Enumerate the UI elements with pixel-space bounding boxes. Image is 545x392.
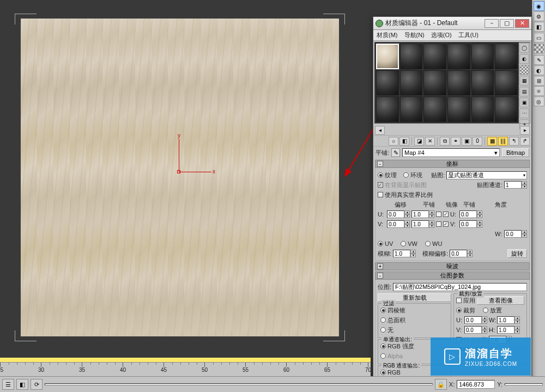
- menu-material[interactable]: 材质(M): [377, 31, 398, 39]
- blur-spinner[interactable]: ▴▾: [393, 250, 416, 257]
- put-to-lib-icon[interactable]: ▣: [462, 137, 471, 146]
- timeline-ruler[interactable]: 253035404550556065707580: [0, 362, 371, 376]
- status-icon-2[interactable]: ◧: [16, 379, 28, 390]
- mono-alpha-radio[interactable]: [380, 353, 386, 359]
- menu-tools[interactable]: 工具(U): [458, 31, 479, 39]
- collapse-icon[interactable]: -: [377, 273, 383, 279]
- real-world-checkbox[interactable]: [378, 192, 383, 197]
- sample-slot-9[interactable]: [423, 70, 446, 96]
- status-icon-3[interactable]: ⟳: [31, 379, 43, 390]
- make-preview-icon[interactable]: ▣: [519, 98, 529, 107]
- sample-slot-8[interactable]: [400, 70, 423, 96]
- mat-id-icon[interactable]: 0: [473, 137, 482, 146]
- noise-header[interactable]: + 噪波: [375, 262, 530, 270]
- sample-slot-7[interactable]: [376, 70, 399, 96]
- u-angle-spinner[interactable]: ▴▾: [459, 210, 482, 218]
- rotate-button[interactable]: 旋转: [507, 249, 527, 258]
- sample-slot-15[interactable]: [423, 97, 446, 122]
- view-image-button[interactable]: 查看图像: [477, 296, 524, 305]
- cmd-btn-d[interactable]: ⚛: [534, 86, 544, 96]
- options-icon[interactable]: ⋯: [519, 108, 529, 118]
- crop-w-spinner[interactable]: ▴▾: [497, 316, 520, 324]
- cmd-btn-a[interactable]: ✎: [534, 55, 544, 65]
- cmd-tab-hierarchy[interactable]: ◧: [534, 22, 544, 32]
- get-material-icon[interactable]: ☼: [389, 137, 398, 146]
- status-icon-1[interactable]: ☰: [2, 379, 14, 390]
- sample-slot-16[interactable]: [447, 97, 470, 122]
- crop-radio[interactable]: [456, 307, 462, 313]
- expand-icon[interactable]: +: [377, 263, 383, 269]
- assign-to-sel-icon[interactable]: ◪: [414, 137, 424, 146]
- make-unique-icon[interactable]: ⚭: [451, 137, 461, 146]
- filter-sumarea-radio[interactable]: [380, 317, 386, 323]
- u-mirror-checkbox[interactable]: [436, 212, 441, 217]
- uv-radio[interactable]: [378, 241, 383, 246]
- menu-options[interactable]: 选项(O): [431, 31, 452, 39]
- v-tile-spinner[interactable]: ▴▾: [411, 220, 434, 228]
- close-button[interactable]: ✕: [515, 19, 529, 28]
- show-back-checkbox[interactable]: [378, 182, 383, 188]
- maximize-button[interactable]: ▢: [500, 19, 514, 28]
- filter-pyramid-radio[interactable]: [380, 307, 386, 313]
- crop-v-spinner[interactable]: ▴▾: [464, 326, 487, 334]
- video-check-icon[interactable]: ▤: [519, 87, 529, 97]
- cmd-btn-box[interactable]: ▭: [534, 33, 544, 43]
- crop-h-spinner[interactable]: ▴▾: [497, 326, 520, 334]
- cmd-tab-modify[interactable]: ⚙: [534, 11, 544, 21]
- map-chan-num-spinner[interactable]: ▴▾: [504, 181, 527, 189]
- sample-slot-6[interactable]: [495, 44, 518, 69]
- v-offset-spinner[interactable]: ▴▾: [387, 220, 410, 228]
- sample-slot-5[interactable]: [471, 44, 494, 69]
- place-radio[interactable]: [483, 307, 488, 313]
- vw-radio[interactable]: [401, 241, 406, 246]
- v-angle-spinner[interactable]: ▴▾: [459, 220, 482, 228]
- sample-uv-icon[interactable]: ▦: [519, 76, 529, 86]
- map-chan-num-input[interactable]: [504, 181, 522, 189]
- reset-map-icon[interactable]: ✕: [425, 137, 435, 146]
- map-name-select[interactable]: Map #4 ▾: [402, 148, 500, 157]
- w-angle-spinner[interactable]: ▴▾: [504, 230, 527, 238]
- sample-slot-1[interactable]: [376, 44, 399, 69]
- cmd-btn-c[interactable]: ⊞: [534, 76, 544, 86]
- show-end-result-icon[interactable]: ∥∥: [498, 137, 508, 146]
- go-forward-icon[interactable]: ↱: [520, 137, 530, 146]
- sample-slot-11[interactable]: [471, 70, 494, 96]
- collapse-icon[interactable]: -: [377, 161, 383, 167]
- background-icon[interactable]: [519, 65, 529, 75]
- eyedropper-icon[interactable]: ✎: [391, 148, 400, 157]
- cmd-btn-e[interactable]: ◎: [534, 97, 544, 106]
- u-tile-spinner[interactable]: ▴▾: [411, 210, 434, 218]
- texture-radio[interactable]: [378, 172, 383, 178]
- sample-slot-2[interactable]: [400, 44, 423, 69]
- u-tile-checkbox[interactable]: [443, 212, 449, 217]
- v-mirror-checkbox[interactable]: [436, 221, 441, 227]
- make-copy-icon[interactable]: ⧉: [440, 137, 450, 146]
- sample-slot-18[interactable]: [495, 97, 518, 122]
- map-type-button[interactable]: Bitmap: [502, 148, 529, 157]
- crop-u-spinner[interactable]: ▴▾: [464, 316, 487, 324]
- sample-slot-10[interactable]: [447, 70, 470, 96]
- rgbout-rgb-radio[interactable]: [380, 370, 386, 375]
- v-tile-checkbox[interactable]: [443, 221, 449, 227]
- cmd-btn-checker[interactable]: [534, 44, 544, 53]
- blur-offset-spinner[interactable]: ▴▾: [450, 250, 473, 257]
- environ-radio[interactable]: [403, 172, 409, 178]
- mono-rgb-radio[interactable]: [380, 343, 386, 349]
- filter-none-radio[interactable]: [380, 327, 386, 333]
- u-offset-spinner[interactable]: ▴▾: [387, 210, 410, 218]
- sample-slot-14[interactable]: [400, 97, 423, 122]
- menu-navigate[interactable]: 导航(N): [404, 31, 425, 39]
- bitmap-params-header[interactable]: - 位图参数: [375, 272, 530, 280]
- scroll-left-icon[interactable]: ◂: [375, 126, 385, 135]
- cmd-btn-b[interactable]: ◐: [534, 65, 544, 75]
- coords-header[interactable]: - 坐标: [375, 160, 530, 168]
- put-to-scene-icon[interactable]: ◧: [399, 137, 409, 146]
- sample-type-icon[interactable]: ◯: [519, 43, 529, 53]
- wu-radio[interactable]: [425, 241, 431, 246]
- map-channel-select[interactable]: 显式贴图通道 ▾: [446, 171, 527, 179]
- show-in-viewport-icon[interactable]: ▦: [487, 137, 497, 146]
- apply-crop-checkbox[interactable]: [456, 298, 462, 303]
- sample-slot-12[interactable]: [495, 70, 518, 96]
- cmd-tab-create[interactable]: ◉: [534, 1, 544, 11]
- minimize-button[interactable]: －: [485, 19, 499, 28]
